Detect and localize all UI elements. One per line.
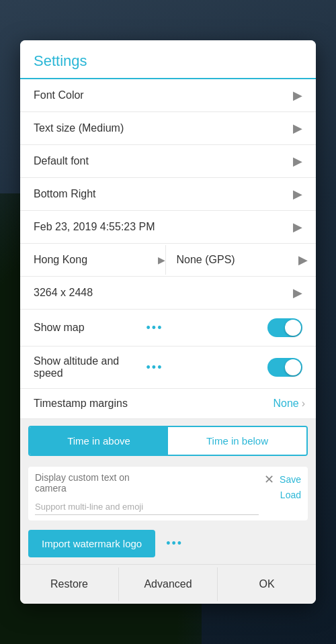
- bottom-bar: Restore Advanced OK: [20, 564, 316, 604]
- save-action-row: ✕ Save: [264, 472, 301, 487]
- tab-row: Time in above Time in below: [28, 426, 308, 456]
- timestamp-margins-label: Timestamp margins: [34, 398, 273, 410]
- restore-button[interactable]: Restore: [20, 567, 119, 601]
- font-color-arrow-icon: ▶: [293, 88, 302, 103]
- location-label: Hong Kong: [34, 254, 153, 266]
- timestamp-margins-row[interactable]: Timestamp margins None ›: [20, 389, 316, 419]
- resolution-arrow-icon: ▶: [293, 285, 302, 300]
- default-font-row[interactable]: Default font ▶: [20, 145, 316, 178]
- text-size-row[interactable]: Text size (Medium) ▶: [20, 112, 316, 145]
- ok-button[interactable]: OK: [218, 567, 316, 601]
- show-altitude-label: Show altitude and speed: [34, 355, 138, 379]
- gps-right[interactable]: None (GPS) ▶: [166, 244, 317, 276]
- font-color-label: Font Color: [34, 89, 288, 101]
- timestamp-chevron-icon: ›: [302, 398, 305, 410]
- text-size-label: Text size (Medium): [34, 122, 288, 134]
- dialog-header: Settings: [20, 40, 316, 79]
- custom-text-input[interactable]: [35, 472, 157, 499]
- show-map-row: Show map •••: [20, 310, 316, 347]
- import-dots-icon[interactable]: •••: [166, 537, 183, 551]
- input-actions: ✕ Save Load: [264, 472, 301, 500]
- datetime-label: Feb 23, 2019 4:55:23 PM: [34, 221, 288, 233]
- show-map-toggle-knob: [285, 320, 301, 336]
- show-map-toggle[interactable]: [267, 318, 302, 337]
- location-arrow-icon: ▶: [158, 255, 165, 265]
- dialog-title: Settings: [34, 52, 87, 69]
- tab-time-above[interactable]: Time in above: [30, 427, 168, 455]
- bottom-right-arrow-icon: ▶: [293, 187, 302, 201]
- show-map-dots-icon[interactable]: •••: [146, 321, 163, 335]
- text-input-row: Support multi-line and emoji ✕ Save Load: [28, 467, 308, 520]
- input-hint-line2: Support multi-line and emoji: [35, 502, 259, 514]
- import-watermark-button[interactable]: Import watermark logo: [28, 530, 155, 557]
- advanced-button[interactable]: Advanced: [119, 567, 218, 601]
- text-input-section: Support multi-line and emoji ✕ Save Load: [20, 463, 316, 526]
- settings-list: Font Color ▶ Text size (Medium) ▶ Defaul…: [20, 79, 316, 419]
- location-left[interactable]: Hong Kong ▶: [20, 245, 166, 275]
- text-size-arrow-icon: ▶: [293, 121, 302, 136]
- default-font-label: Default font: [34, 155, 288, 167]
- font-color-row[interactable]: Font Color ▶: [20, 79, 316, 112]
- datetime-row[interactable]: Feb 23, 2019 4:55:23 PM ▶: [20, 211, 316, 244]
- clear-icon[interactable]: ✕: [264, 472, 274, 487]
- show-altitude-row: Show altitude and speed •••: [20, 347, 316, 389]
- tab-time-below[interactable]: Time in below: [168, 427, 306, 455]
- show-altitude-dots-icon[interactable]: •••: [146, 361, 163, 375]
- gps-arrow-icon: ▶: [298, 252, 308, 267]
- location-gps-row: Hong Kong ▶ None (GPS) ▶: [20, 244, 316, 277]
- datetime-arrow-icon: ▶: [293, 220, 302, 234]
- show-altitude-toggle-knob: [285, 359, 301, 375]
- import-section: Import watermark logo •••: [20, 526, 316, 564]
- resolution-label: 3264 x 2448: [34, 287, 288, 299]
- load-button[interactable]: Load: [280, 490, 301, 500]
- default-font-arrow-icon: ▶: [293, 154, 302, 169]
- gps-label: None (GPS): [177, 254, 294, 266]
- save-button[interactable]: Save: [280, 474, 301, 485]
- bottom-right-label: Bottom Right: [34, 188, 288, 200]
- timestamp-margins-value: None: [273, 398, 298, 410]
- settings-dialog: Settings Font Color ▶ Text size (Medium)…: [20, 40, 316, 604]
- bottom-right-row[interactable]: Bottom Right ▶: [20, 178, 316, 211]
- show-map-label: Show map: [34, 322, 138, 334]
- tab-section: Time in above Time in below: [20, 419, 316, 463]
- show-altitude-toggle[interactable]: [267, 358, 302, 377]
- load-action-row: Load: [280, 490, 301, 500]
- resolution-row[interactable]: 3264 x 2448 ▶: [20, 277, 316, 310]
